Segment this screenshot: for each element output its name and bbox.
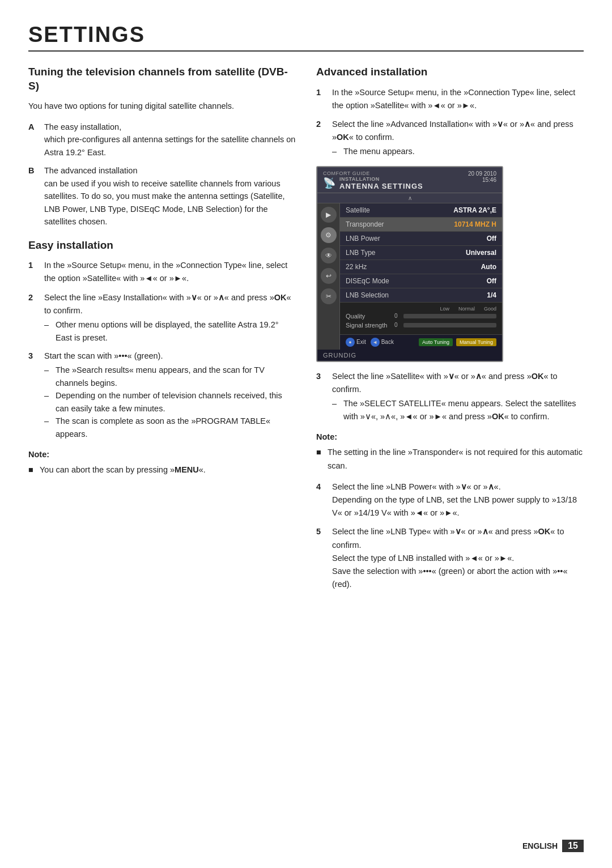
- tv-sidebar-icon-1: ▶: [321, 207, 337, 223]
- tv-back-icon: ◄: [371, 338, 380, 347]
- right-step-1: 1 In the »Source Setup« menu, in the »Co…: [316, 86, 584, 112]
- step-sub-2-1: – Other menu options will be displayed, …: [44, 318, 296, 344]
- tv-date: 20 09 2010: [468, 171, 496, 177]
- step-num-3: 3: [28, 350, 39, 440]
- footer-page-number: 15: [562, 840, 584, 852]
- intro-text: You have two options for tuning digital …: [28, 100, 296, 112]
- tv-row-22khz-label: 22 kHz: [346, 263, 367, 271]
- note-bullet-1: ■: [28, 463, 35, 476]
- easy-install-section: Easy installation 1 In the »Source Setup…: [28, 239, 296, 477]
- tv-row-diseqc-label: DISEqC Mode: [346, 277, 389, 285]
- tv-time: 15:46: [468, 177, 496, 183]
- step-1: 1 In the »Source Setup« menu, in the »Co…: [28, 259, 296, 285]
- tv-header: COMFORT GUIDE 📡 INSTALLATION ANTENNA SET…: [317, 167, 502, 193]
- right-steps-final: 4 Select the line »LNB Power« with »∨« o…: [316, 480, 584, 592]
- tv-sidebar-icon-3: 👁: [321, 248, 337, 263]
- content-columns: Tuning the television channels from sate…: [28, 65, 584, 599]
- right-step-sub-2-1: – The menu appears.: [332, 145, 584, 158]
- tv-footer-right: Auto Tuning Manual Tuning: [419, 338, 496, 346]
- tv-quality-num: 0: [394, 313, 398, 319]
- step-3: 3 Start the scan with »•••« (green). – T…: [28, 350, 296, 440]
- left-section: Tuning the television channels from sate…: [28, 65, 296, 476]
- easy-install-title: Easy installation: [28, 239, 296, 253]
- tv-header-date-time: 20 09 2010 15:46: [468, 171, 496, 183]
- tv-quality-bar: [403, 314, 496, 318]
- right-step-4: 4 Select the line »LNB Power« with »∨« o…: [316, 480, 584, 520]
- tv-row-satellite-value: ASTRA 2A°,E: [453, 206, 496, 214]
- right-note-title: Note:: [316, 431, 584, 444]
- right-step-content-4: Select the line »LNB Power« with »∨« or …: [332, 480, 584, 520]
- tv-row-lnbpower-label: LNB Power: [346, 235, 380, 242]
- tv-footer-left: ● Exit ◄ Back: [346, 338, 394, 347]
- alpha-item-b: B The advanced installationcan be used i…: [28, 164, 296, 228]
- tv-manual-tuning-btn: Manual Tuning: [456, 338, 496, 346]
- tv-arrow-up: ∧: [317, 193, 502, 203]
- tv-row-lnbtype: LNB Type Universal: [340, 246, 502, 260]
- tv-sidebar-icon-4: ↩: [321, 268, 337, 284]
- tv-signal-bar: [403, 323, 496, 327]
- step-2: 2 Select the line »Easy Installation« wi…: [28, 291, 296, 344]
- right-note-item-1: ■ The setting in the line »Transponder« …: [316, 446, 584, 472]
- right-steps-after-screen: 3 Select the line »Satellite« with »∨« o…: [316, 370, 584, 423]
- easy-install-note: Note: ■ You can abort the scan by pressi…: [28, 448, 296, 476]
- alpha-text-b: The advanced installationcan be used if …: [44, 164, 296, 228]
- tv-row-transponder-value: 10714 MHZ H: [454, 220, 496, 228]
- tv-quality-good: Good: [484, 306, 496, 312]
- tv-row-transponder: Transponder 10714 MHZ H: [340, 218, 502, 232]
- tv-row-22khz-value: Auto: [481, 263, 496, 271]
- tv-row-lnbtype-label: LNB Type: [346, 249, 375, 257]
- tv-exit-label: Exit: [356, 339, 366, 345]
- right-note-text-1: The setting in the line »Transponder« is…: [328, 446, 584, 472]
- tv-signal-row: Signal strength 0: [346, 322, 496, 329]
- tv-row-lnbtype-value: Universal: [466, 249, 496, 257]
- right-step-5: 5 Select the line »LNB Type« with »∨« or…: [316, 525, 584, 591]
- tv-row-satellite-label: Satellite: [346, 206, 370, 214]
- tv-header-left: COMFORT GUIDE 📡 INSTALLATION ANTENNA SET…: [323, 171, 423, 190]
- right-step-num-2: 2: [316, 118, 326, 158]
- easy-install-note-item-1: ■ You can abort the scan by pressing »ME…: [28, 463, 296, 476]
- tv-row-transponder-label: Transponder: [346, 220, 384, 228]
- right-section-title: Advanced installation: [316, 65, 584, 79]
- tv-exit-icon: ●: [346, 338, 355, 347]
- right-step-num-4: 4: [316, 480, 326, 520]
- right-step-2: 2 Select the line »Advanced Installation…: [316, 118, 584, 158]
- step-sub-3-1: – The »Search results« menu appears, and…: [44, 364, 296, 389]
- step-num-1: 1: [28, 259, 39, 285]
- tv-header-sub: INSTALLATION: [339, 176, 423, 182]
- step-content-1: In the »Source Setup« menu, in the »Conn…: [44, 259, 296, 285]
- tv-row-lnbsel-label: LNB Selection: [346, 291, 389, 299]
- step-content-2: Select the line »Easy Installation« with…: [44, 291, 296, 344]
- tv-header-title-row: 📡 INSTALLATION ANTENNA SETTINGS: [323, 176, 423, 190]
- alpha-list: A The easy installation,which pre-config…: [28, 121, 296, 228]
- tv-signal-label: Signal strength: [346, 322, 391, 329]
- tv-screen: COMFORT GUIDE 📡 INSTALLATION ANTENNA SET…: [316, 166, 503, 362]
- tv-quality-row: Quality 0: [346, 313, 496, 320]
- right-step-content-1: In the »Source Setup« menu, in the »Conn…: [332, 86, 584, 112]
- tv-sidebar: ▶ ⚙ 👁 ↩ ✂: [317, 203, 340, 350]
- tv-row-lnbsel-value: 1/4: [487, 291, 496, 299]
- tv-quality-normal: Normal: [458, 306, 475, 312]
- footer-language: ENGLISH: [522, 841, 558, 850]
- right-step-num-3: 3: [316, 370, 326, 423]
- tv-row-lnbpower: LNB Power Off: [340, 232, 502, 246]
- right-step-num-5: 5: [316, 525, 326, 591]
- tv-header-guide: COMFORT GUIDE: [323, 171, 423, 176]
- tv-sidebar-icon-5: ✂: [321, 288, 337, 304]
- alpha-label-a: A: [28, 121, 37, 159]
- tv-header-icon: 📡: [323, 177, 336, 189]
- right-step-num-1: 1: [316, 86, 326, 112]
- tv-row-22khz: 22 kHz Auto: [340, 260, 502, 274]
- alpha-label-b: B: [28, 164, 37, 228]
- right-step-sub-3-1: – The »SELECT SATELLITE« menu appears. S…: [332, 397, 584, 423]
- alpha-text-a: The easy installation,which pre-configur…: [44, 121, 296, 159]
- tv-row-lnbpower-value: Off: [487, 235, 496, 242]
- easy-install-note-title: Note:: [28, 448, 296, 461]
- tv-quality-low: Low: [440, 306, 449, 312]
- tv-quality-scale-labels: Low Normal Good: [346, 306, 496, 313]
- right-note: Note: ■ The setting in the line »Transpo…: [316, 431, 584, 473]
- tv-header-main-title: ANTENNA SETTINGS: [339, 182, 423, 190]
- tv-brand: GRUNDIG: [317, 350, 502, 361]
- tv-body: ▶ ⚙ 👁 ↩ ✂ Satellite ASTRA 2A°,E Transpon…: [317, 203, 502, 350]
- right-step-content-2: Select the line »Advanced Installation« …: [332, 118, 584, 158]
- alpha-item-a: A The easy installation,which pre-config…: [28, 121, 296, 159]
